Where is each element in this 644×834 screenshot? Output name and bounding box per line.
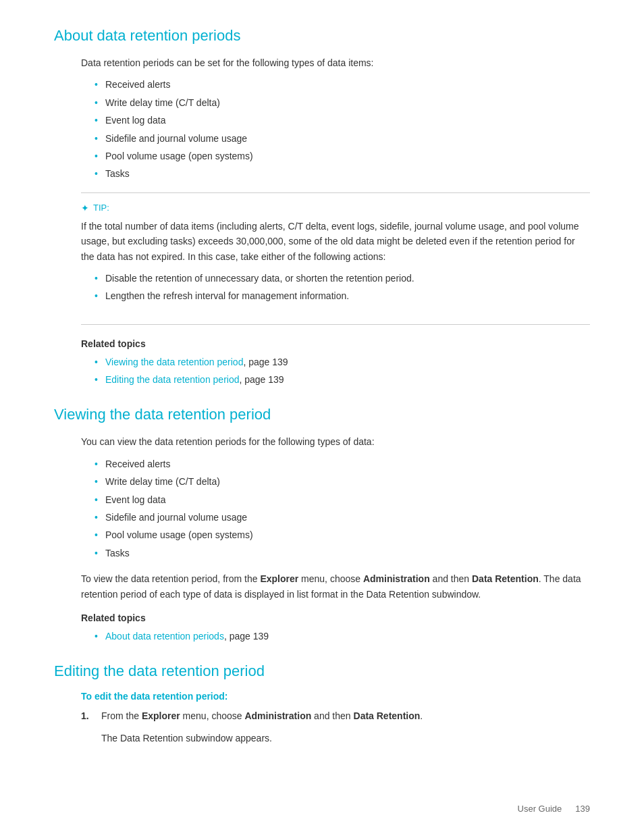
section-about: About data retention periods Data retent… [54,27,590,387]
list-item: Event log data [95,113,590,128]
tip-label: ✦ TIP: [81,203,590,213]
section-about-title: About data retention periods [54,27,590,45]
related-topics-title: Related topics [81,338,590,349]
tip-bullet-list: Disable the retention of unnecessary dat… [95,271,590,304]
tip-box: ✦ TIP: If the total number of data items… [81,192,590,325]
related-topics-list: Viewing the data retention period, page … [95,355,590,388]
list-item: Event log data [95,492,590,507]
list-item: Sidefile and journal volume usage [95,131,590,146]
related-topic-item: Viewing the data retention period, page … [95,355,590,369]
tip-label-text: TIP: [93,203,109,213]
list-item: Pool volume usage (open systems) [95,527,590,542]
about-related-topics: Related topics Viewing the data retentio… [81,338,590,388]
list-item: Write delay time (C/T delta) [95,474,590,489]
section-viewing-title: Viewing the data retention period [54,406,590,423]
list-item: Tasks [95,166,590,181]
section-viewing-intro: You can view the data retention periods … [81,434,590,449]
related-topic-item: About data retention periods, page 139 [95,629,590,644]
step-note: The Data Retention subwindow appears. [101,731,590,746]
page-footer: User Guide 139 [518,804,590,814]
step-text: From the Explorer menu, choose Administr… [101,708,423,723]
section-viewing: Viewing the data retention period You ca… [54,406,590,644]
about-link-page: page 139 [230,631,269,642]
editing-steps: 1. From the Explorer menu, choose Admini… [81,708,590,723]
section-editing: Editing the data retention period To edi… [54,662,590,746]
viewing-link-page: page 139 [248,357,288,367]
page: About data retention periods Data retent… [0,0,644,834]
footer-label: User Guide [518,804,562,814]
list-item: Sidefile and journal volume usage [95,510,590,525]
viewing-related-list: About data retention periods, page 139 [95,629,590,644]
list-item: Received alerts [95,457,590,471]
editing-link-page: page 139 [244,374,284,385]
viewing-body-text: To view the data retention period, from … [81,571,590,602]
tip-list-item: Disable the retention of unnecessary dat… [95,271,590,286]
viewing-related-topics: Related topics About data retention peri… [81,613,590,644]
editing-link[interactable]: Editing the data retention period [105,374,239,385]
about-bullet-list: Received alerts Write delay time (C/T de… [95,77,590,181]
footer-page-number: 139 [575,804,590,814]
list-item: Received alerts [95,77,590,92]
viewing-link[interactable]: Viewing the data retention period [105,357,243,367]
tip-icon: ✦ [81,203,89,213]
list-item: Tasks [95,546,590,561]
list-item: Pool volume usage (open systems) [95,149,590,163]
section-editing-title: Editing the data retention period [54,662,590,680]
related-topic-item: Editing the data retention period, page … [95,372,590,387]
step-number: 1. [81,708,93,723]
tip-list-item: Lengthen the refresh interval for manage… [95,288,590,303]
viewing-bullet-list: Received alerts Write delay time (C/T de… [95,457,590,561]
section-about-intro: Data retention periods can be set for th… [81,55,590,70]
editing-sub-heading: To edit the data retention period: [81,691,590,702]
tip-text: If the total number of data items (inclu… [81,219,590,264]
related-topics-title-2: Related topics [81,613,590,623]
step-item: 1. From the Explorer menu, choose Admini… [81,708,590,723]
list-item: Write delay time (C/T delta) [95,95,590,110]
about-link[interactable]: About data retention periods [105,631,224,642]
